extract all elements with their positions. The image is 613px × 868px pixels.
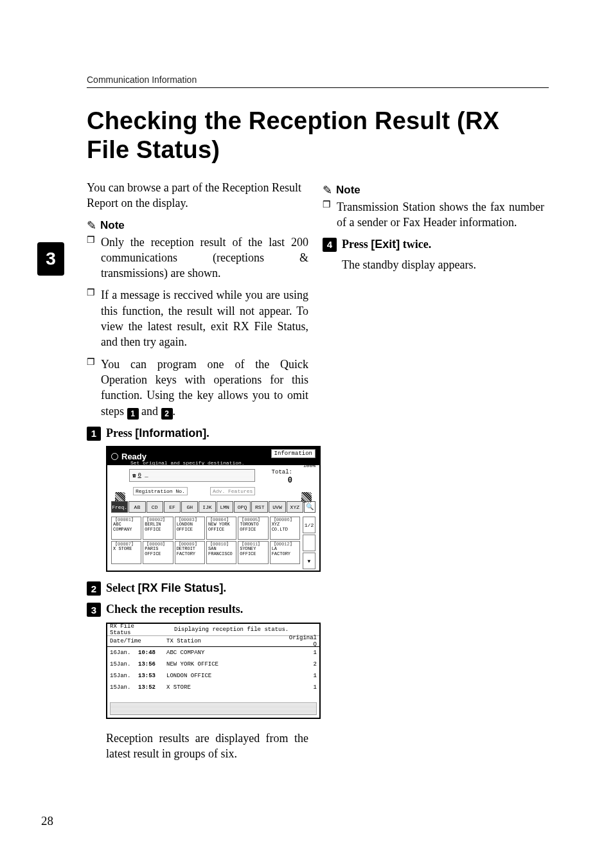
alpha-tab[interactable]: UVW	[269, 501, 285, 513]
step-1: 1 Press [Information].	[87, 426, 308, 441]
lcd2-footer	[110, 702, 317, 715]
scroll-down-button[interactable]: ▼	[303, 553, 315, 569]
note-item: You can program one of the Quick Operati…	[87, 357, 308, 420]
col-qty: Original Q	[289, 635, 317, 648]
header-rule	[87, 87, 549, 88]
rx-row[interactable]: 15Jan.13:52X STORE1	[107, 682, 319, 693]
alpha-tab[interactable]: RST	[251, 501, 268, 513]
dest-cell[interactable]: 【00011】SYDNEY OFFICE	[238, 541, 268, 564]
dest-cell[interactable]: 【00012】LA FACTORY	[270, 541, 300, 564]
step-2: 2 Select [RX File Status].	[87, 581, 308, 596]
softkey-label: [Exit]	[371, 238, 400, 251]
lcd2-subtitle: Displaying reception file status.	[174, 626, 289, 633]
note-item: If a message is reccived while you are u…	[87, 287, 308, 350]
step-text-part: .	[224, 581, 227, 594]
intro-text: You can browse a part of the Reception R…	[87, 180, 308, 211]
dest-cell[interactable]: 【00005】TORONTO OFFICE	[238, 517, 268, 540]
dest-cell[interactable]: 【00010】SAN FRANCISCO	[206, 541, 236, 564]
page-side: 1/2 ▼	[303, 517, 315, 569]
lcd2-header: RX File Status Displaying reception file…	[107, 624, 319, 636]
left-column: You can browse a part of the Reception R…	[87, 180, 308, 773]
dest-cell[interactable]: 【00002】BERLIN OFFICE	[143, 517, 173, 540]
alpha-tab[interactable]: CD	[147, 501, 163, 513]
dest-cell[interactable]: 【00009】DETROIT FACTORY	[175, 541, 205, 564]
destination-grid: 【00001】ABC COMPANY 【00002】BERLIN OFFICE …	[111, 517, 300, 565]
step-text-part: Select	[106, 581, 138, 594]
alpha-tab[interactable]: OPQ	[234, 501, 251, 513]
phone-icon: ☎	[132, 472, 136, 479]
rx-row[interactable]: 16Jan.10:48ABC COMPANY1	[107, 647, 319, 659]
page-title: Checking the Reception Result (RX File S…	[87, 107, 549, 164]
step-number-icon: 1	[87, 427, 101, 441]
dest-cell[interactable]: 【00006】XYZ CO.LTD	[270, 517, 300, 540]
alpha-tab[interactable]: EF	[164, 501, 181, 513]
note-list: Only the reception result of the last 20…	[87, 235, 308, 420]
dest-cell[interactable]: 【00007】X STORE	[111, 541, 141, 564]
note-list: Transmission Station shows the fax numbe…	[323, 199, 544, 231]
dest-cell[interactable]: 【00001】ABC COMPANY	[111, 517, 141, 540]
step-text: Press [Information].	[106, 426, 209, 441]
magnify-icon[interactable]: 🔍	[304, 501, 315, 513]
status-dot-icon	[111, 453, 118, 460]
note-item: Transmission Station shows the fax numbe…	[323, 199, 544, 231]
memory-percent: 100%	[303, 463, 315, 468]
total-value: 0	[288, 476, 292, 485]
col-date: Date/Time	[110, 638, 166, 644]
step-number-icon: 3	[87, 603, 101, 617]
chapter-tab: 3	[37, 242, 64, 276]
note-heading: ✎ Note	[87, 219, 308, 232]
rx-row[interactable]: 15Jan.13:56NEW YORK OFFICE2	[107, 659, 319, 670]
running-head: Communication Information	[87, 75, 197, 85]
right-column: ✎ Note Transmission Station shows the fa…	[323, 180, 544, 284]
lcd-rx-status-screen: RX File Status Displaying reception file…	[106, 623, 321, 719]
pencil-icon: ✎	[323, 184, 332, 196]
step-text-part: .	[206, 427, 209, 439]
lcd-subtitle: Set original and specify destination.	[130, 460, 245, 467]
dest-cell[interactable]: 【00004】NEW YORK OFFICE	[206, 517, 236, 540]
softkey-label: [Information]	[135, 427, 206, 439]
step-text: Check the reception results.	[106, 602, 243, 617]
note-item-text: .	[173, 405, 176, 418]
alpha-tab[interactable]: Freq.	[111, 501, 128, 513]
step-text-part: twice.	[400, 238, 431, 251]
note-label: Note	[100, 219, 125, 232]
registration-no-button[interactable]: Registration No.	[133, 487, 188, 495]
lcd-topbar: Ready Information Set original and speci…	[107, 447, 319, 465]
destination-field[interactable]: ☎0 _	[129, 469, 255, 482]
step-number-icon: 4	[323, 238, 337, 252]
dest-cell[interactable]: 【00003】LONDON OFFICE	[175, 517, 205, 540]
alpha-tab[interactable]: XYZ	[287, 501, 303, 513]
step-ref-2-icon: 2	[161, 408, 173, 420]
lcd-ready-screen: Ready Information Set original and speci…	[106, 446, 321, 572]
rx-row[interactable]: 15Jan.13:53LONDON OFFICE1	[107, 670, 319, 682]
note-item-text: and	[139, 405, 161, 418]
step-3: 3 Check the reception results.	[87, 602, 308, 617]
information-button[interactable]: Information	[271, 449, 315, 458]
adv-features-button[interactable]: Adv. Features	[210, 487, 255, 495]
step-ref-1-icon: 1	[127, 408, 139, 420]
step-text-part: Press	[342, 238, 371, 251]
lcd2-caption: Reception results are displayed from the…	[106, 731, 308, 762]
col-station: TX Station	[166, 638, 289, 644]
note-label: Note	[336, 184, 360, 197]
alpha-tab[interactable]: LMN	[217, 501, 233, 513]
page-number: 28	[41, 814, 53, 828]
lcd2-title: RX File Status	[110, 623, 156, 636]
dest-value: 0	[138, 472, 141, 479]
alpha-tab[interactable]: AB	[129, 501, 145, 513]
page-indicator: 1/2	[303, 517, 315, 533]
softkey-label: [RX File Status]	[138, 581, 223, 594]
step-4: 4 Press [Exit] twice.	[323, 237, 544, 252]
alpha-tabs: Freq. AB CD EF GH IJK LMN OPQ RST UVW XY…	[111, 501, 315, 513]
note-item: Only the reception result of the last 20…	[87, 235, 308, 281]
alpha-tab[interactable]: GH	[181, 501, 198, 513]
step-number-icon: 2	[87, 581, 101, 596]
dest-cell[interactable]: 【00008】PARIS OFFICE	[143, 541, 173, 564]
note-heading: ✎ Note	[323, 184, 544, 197]
alpha-tab[interactable]: IJK	[199, 501, 215, 513]
step-text-part: Press	[106, 427, 135, 439]
pencil-icon: ✎	[87, 220, 96, 231]
total-label: Total:	[272, 469, 292, 475]
lcd2-columns: Date/Time TX Station Original Q	[107, 636, 319, 647]
scroll-up-button[interactable]	[303, 535, 315, 551]
